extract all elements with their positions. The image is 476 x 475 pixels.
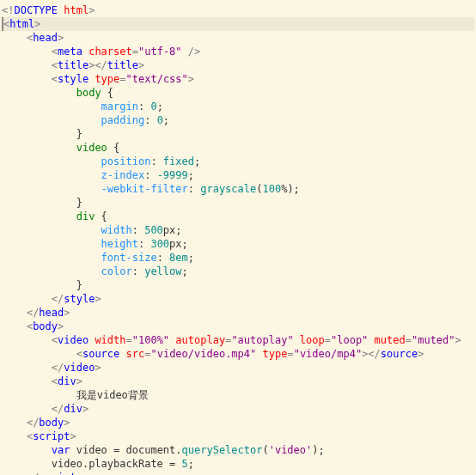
code-line: <!DOCTYPE html> [2,3,474,17]
code-line: <script> [2,429,474,443]
code-line: <head> [2,31,474,45]
code-line: <style type="text/css"> [2,72,474,86]
code-line: div { [2,210,474,223]
code-line: <meta charset="utf-8" /> [2,45,474,58]
code-line: font-size: 8em; [2,251,474,265]
code-line: width: 500px; [2,223,474,237]
code-editor: <!DOCTYPE html><html> <head> <meta chars… [0,0,476,475]
code-line: -webkit-filter: grayscale(100%); [2,182,474,196]
code-line: var video = document.querySelector('vide… [2,443,474,457]
code-line: </body> [2,416,474,429]
code-line: padding: 0; [2,113,474,127]
code-line: <title></title> [2,58,474,72]
code-line: video.playbackRate = 5; [2,457,474,471]
code-line: } [2,127,474,141]
code-line: </div> [2,402,474,416]
code-line: <div> [2,375,474,388]
code-line: <html> [2,17,474,31]
code-line: </style> [2,292,474,306]
code-line: <source src="video/video.mp4" type="vide… [2,347,474,361]
code-line: } [2,196,474,210]
code-line: 我是video背景 [2,388,474,402]
code-line: } [2,278,474,292]
code-line: height: 300px; [2,237,474,251]
code-line: body { [2,86,474,100]
code-line: position: fixed; [2,155,474,168]
code-line: <video width="100%" autoplay="autoplay" … [2,333,474,347]
code-line: margin: 0; [2,100,474,113]
code-line: </head> [2,306,474,320]
code-line: <body> [2,320,474,333]
code-line: </video> [2,361,474,375]
code-line: video { [2,141,474,155]
code-line: </script> [2,471,474,475]
code-line: z-index: -9999; [2,168,474,182]
code-line: color: yellow; [2,265,474,278]
